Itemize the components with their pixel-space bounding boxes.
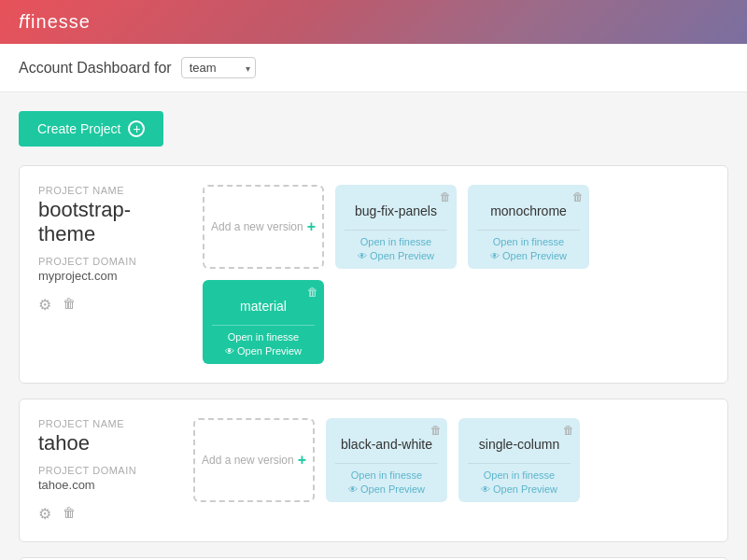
project-name-label-bootstrap-theme: Project name bbox=[38, 185, 188, 196]
open-finesse-link-material[interactable]: Open in finesse bbox=[212, 331, 315, 343]
create-plus-icon: + bbox=[128, 120, 145, 137]
dashboard-label: Account Dashboard for bbox=[19, 60, 172, 77]
version-delete-icon-monochrome[interactable]: 🗑 bbox=[572, 190, 584, 203]
version-links-black-and-white: Open in finesse 👁 Open Preview bbox=[335, 463, 438, 495]
add-version-text-bootstrap-theme: Add a new version + bbox=[211, 218, 316, 235]
project-domain-label-bootstrap-theme: Project domain bbox=[38, 256, 188, 267]
version-name-black-and-white: black-and-white bbox=[335, 433, 438, 455]
project-name-tahoe: tahoe bbox=[38, 431, 178, 455]
project-domain-bootstrap-theme: myproject.com bbox=[38, 269, 188, 283]
open-finesse-link-monochrome[interactable]: Open in finesse bbox=[477, 236, 580, 247]
version-delete-icon-bug-fix-panels[interactable]: 🗑 bbox=[440, 190, 451, 203]
add-version-plus-icon-bootstrap-theme: + bbox=[307, 218, 316, 235]
preview-eye-icon-black-and-white: 👁 bbox=[348, 484, 358, 495]
project-name-bootstrap-theme: bootstrap-theme bbox=[38, 198, 188, 246]
project-settings-icon-tahoe[interactable]: ⚙ bbox=[38, 505, 51, 523]
version-delete-icon-black-and-white[interactable]: 🗑 bbox=[430, 424, 442, 437]
project-delete-icon-bootstrap-theme[interactable]: 🗑 bbox=[63, 296, 76, 314]
subheader: Account Dashboard for team personal bbox=[0, 44, 747, 92]
add-version-box-bootstrap-theme[interactable]: Add a new version + bbox=[203, 185, 324, 269]
add-version-text-tahoe: Add a new version + bbox=[202, 452, 306, 469]
version-tile-single-column[interactable]: 🗑 single-column Open in finesse 👁 Open P… bbox=[458, 418, 580, 502]
version-links-bug-fix-panels: Open in finesse 👁 Open Preview bbox=[345, 230, 447, 261]
open-finesse-link-black-and-white[interactable]: Open in finesse bbox=[335, 469, 438, 481]
version-tile-material[interactable]: 🗑 material Open in finesse 👁 Open Previe… bbox=[203, 280, 324, 364]
create-project-button[interactable]: Create Project + bbox=[19, 111, 163, 147]
version-name-monochrome: monochrome bbox=[477, 200, 580, 222]
add-version-box-tahoe[interactable]: Add a new version + bbox=[193, 418, 315, 502]
version-links-material: Open in finesse 👁 Open Preview bbox=[212, 325, 315, 357]
preview-eye-icon-bug-fix-panels: 👁 bbox=[358, 251, 367, 261]
add-version-plus-icon-tahoe: + bbox=[298, 452, 306, 469]
version-tile-bug-fix-panels[interactable]: 🗑 bug-fix-panels Open in finesse 👁 Open … bbox=[335, 185, 457, 269]
versions-area-bootstrap-theme: Add a new version + 🗑 bug-fix-panels Ope… bbox=[203, 185, 709, 364]
open-preview-link-bug-fix-panels[interactable]: 👁 Open Preview bbox=[345, 250, 447, 261]
version-delete-icon-material[interactable]: 🗑 bbox=[307, 286, 318, 299]
team-select[interactable]: team personal bbox=[181, 57, 256, 78]
project-card-tahoe: Project name tahoe Project domain tahoe.… bbox=[19, 399, 728, 542]
open-finesse-link-single-column[interactable]: Open in finesse bbox=[468, 469, 571, 481]
preview-eye-icon-material: 👁 bbox=[225, 346, 234, 357]
app-logo: ffinesse bbox=[19, 11, 91, 33]
main-content: Create Project + Project name bootstrap-… bbox=[0, 92, 747, 560]
preview-eye-icon-monochrome: 👁 bbox=[490, 251, 500, 261]
version-delete-icon-single-column[interactable]: 🗑 bbox=[563, 424, 574, 437]
project-info-bootstrap-theme: Project name bootstrap-theme Project dom… bbox=[38, 185, 188, 314]
open-preview-link-black-and-white[interactable]: 👁 Open Preview bbox=[335, 483, 438, 495]
project-settings-icon-bootstrap-theme[interactable]: ⚙ bbox=[38, 296, 51, 314]
app-header: ffinesse bbox=[0, 0, 747, 44]
project-info-tahoe: Project name tahoe Project domain tahoe.… bbox=[38, 418, 178, 523]
version-links-single-column: Open in finesse 👁 Open Preview bbox=[468, 463, 571, 495]
project-actions-tahoe: ⚙ 🗑 bbox=[38, 505, 178, 523]
open-preview-link-material[interactable]: 👁 Open Preview bbox=[212, 345, 315, 357]
project-domain-tahoe: tahoe.com bbox=[38, 478, 178, 492]
version-name-material: material bbox=[212, 295, 315, 317]
version-name-bug-fix-panels: bug-fix-panels bbox=[345, 200, 447, 222]
version-name-single-column: single-column bbox=[468, 433, 571, 455]
team-selector-wrapper[interactable]: team personal bbox=[181, 57, 256, 78]
project-delete-icon-tahoe[interactable]: 🗑 bbox=[63, 505, 76, 523]
project-card-bootstrap-theme: Project name bootstrap-theme Project dom… bbox=[19, 165, 728, 384]
versions-area-tahoe: Add a new version + 🗑 black-and-white Op… bbox=[193, 418, 709, 502]
project-actions-bootstrap-theme: ⚙ 🗑 bbox=[38, 296, 188, 314]
create-button-label: Create Project bbox=[37, 121, 120, 136]
open-finesse-link-bug-fix-panels[interactable]: Open in finesse bbox=[345, 236, 447, 247]
version-tile-monochrome[interactable]: 🗑 monochrome Open in finesse 👁 Open Prev… bbox=[468, 185, 589, 269]
version-links-monochrome: Open in finesse 👁 Open Preview bbox=[477, 230, 580, 261]
open-preview-link-single-column[interactable]: 👁 Open Preview bbox=[468, 483, 571, 495]
project-domain-label-tahoe: Project domain bbox=[38, 465, 178, 476]
projects-container: Project name bootstrap-theme Project dom… bbox=[19, 165, 728, 560]
project-name-label-tahoe: Project name bbox=[38, 418, 178, 429]
open-preview-link-monochrome[interactable]: 👁 Open Preview bbox=[477, 250, 580, 261]
version-tile-black-and-white[interactable]: 🗑 black-and-white Open in finesse 👁 Open… bbox=[326, 418, 447, 502]
preview-eye-icon-single-column: 👁 bbox=[481, 484, 490, 495]
